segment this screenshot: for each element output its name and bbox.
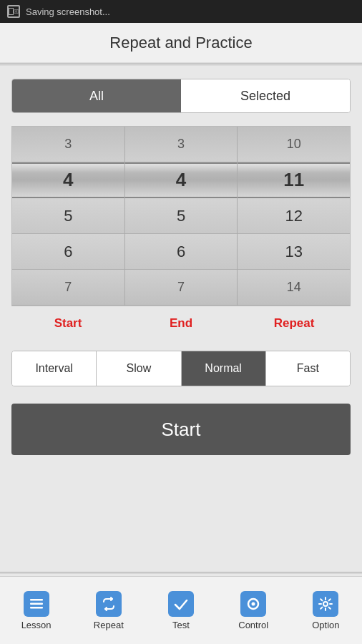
top-divider (0, 63, 362, 66)
speed-normal[interactable]: Normal (182, 351, 266, 386)
svg-rect-3 (30, 602, 43, 605)
nav-label-test: Test (172, 620, 190, 630)
svg-rect-4 (30, 607, 43, 609)
nav-label-lesson: Lesson (21, 620, 52, 630)
picker-item: 13 (238, 234, 350, 270)
picker-item: 7 (12, 270, 124, 306)
svg-point-1 (15, 11, 16, 12)
nav-item-lesson[interactable]: Lesson (0, 577, 72, 644)
page-title: Repeat and Practice (109, 34, 252, 52)
tab-selected[interactable]: Selected (181, 79, 350, 112)
nav-label-control: Control (238, 620, 268, 630)
circle-icon (240, 591, 266, 617)
picker-item-selected: 4 (125, 162, 238, 198)
picker-col-end[interactable]: 3 4 5 6 7 (125, 127, 238, 306)
picker-item: 6 (12, 234, 124, 270)
picker-item: 5 (125, 198, 238, 234)
picker-item: 6 (125, 234, 238, 270)
status-bar: Saving screenshot... (0, 0, 362, 23)
svg-rect-2 (30, 599, 43, 601)
nav-item-repeat[interactable]: Repeat (72, 577, 145, 644)
svg-point-7 (323, 602, 328, 606)
picker-label-end: End (124, 313, 238, 333)
picker-item: 5 (12, 198, 124, 234)
speed-selector: Interval Slow Normal Fast (11, 351, 351, 386)
nav-item-control[interactable]: Control (217, 577, 290, 644)
picker-label-start: Start (11, 313, 124, 333)
nav-label-option: Option (312, 620, 339, 630)
picker-col-repeat[interactable]: 10 11 12 13 14 (238, 127, 350, 306)
repeat-icon (96, 591, 122, 617)
speed-fast[interactable]: Fast (266, 351, 350, 386)
tab-toggle: All Selected (11, 79, 351, 113)
nav-label-repeat: Repeat (94, 620, 124, 630)
picker-item: 3 (12, 127, 124, 162)
number-picker[interactable]: 3 4 5 6 7 3 4 5 6 7 10 11 12 13 14 (11, 126, 351, 306)
title-bar: Repeat and Practice (0, 23, 362, 63)
picker-label-repeat: Repeat (238, 313, 351, 333)
picker-item: 7 (125, 270, 238, 306)
list-icon (24, 591, 49, 617)
bottom-divider (0, 572, 362, 574)
picker-col-start[interactable]: 3 4 5 6 7 (12, 127, 125, 306)
tab-all[interactable]: All (12, 79, 181, 112)
screenshot-icon (7, 5, 20, 18)
start-button-container: Start (11, 404, 351, 455)
speed-interval[interactable]: Interval (12, 351, 97, 386)
speed-slow[interactable]: Slow (97, 351, 181, 386)
picker-item-selected: 4 (12, 162, 124, 198)
picker-item-selected: 11 (238, 162, 350, 198)
nav-item-option[interactable]: Option (290, 577, 362, 644)
svg-rect-0 (14, 10, 18, 14)
gear-icon (313, 591, 338, 617)
status-text: Saving screenshot... (26, 6, 110, 17)
nav-item-test[interactable]: Test (145, 577, 217, 644)
picker-item: 3 (125, 127, 238, 162)
bottom-nav: Lesson Repeat Test Control (0, 576, 362, 644)
picker-item: 12 (238, 198, 350, 234)
check-icon (168, 591, 194, 617)
start-button[interactable]: Start (11, 404, 351, 455)
picker-item: 10 (238, 127, 350, 162)
svg-point-6 (252, 602, 255, 605)
picker-item: 14 (238, 270, 350, 306)
picker-labels: Start End Repeat (11, 313, 351, 333)
